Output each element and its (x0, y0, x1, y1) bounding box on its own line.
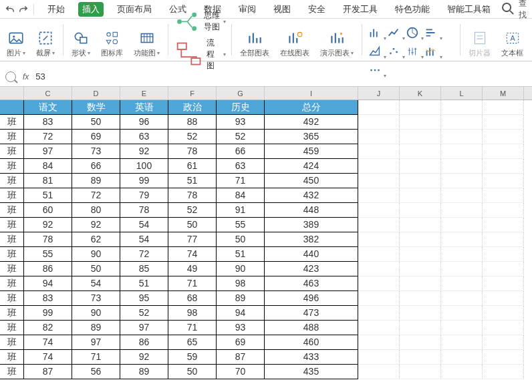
empty-cell[interactable] (441, 321, 483, 335)
row-label[interactable] (0, 100, 24, 115)
ribbon-flowchart[interactable]: 流程图▾ (174, 37, 226, 71)
row-label[interactable]: 班 (0, 130, 24, 144)
empty-cell[interactable] (441, 174, 483, 188)
data-cell[interactable]: 84 (217, 188, 265, 203)
empty-cell[interactable] (483, 203, 524, 218)
grid-body[interactable]: 语文数学英语政治历史总分班8350968893492班7269635252365… (0, 100, 532, 379)
data-cell[interactable]: 83 (24, 115, 72, 130)
data-cell[interactable]: 69 (72, 130, 120, 144)
empty-cell[interactable] (358, 350, 400, 365)
empty-cell[interactable] (483, 218, 524, 232)
data-cell[interactable]: 98 (217, 276, 265, 291)
bar-chart-icon[interactable]: ▾ (368, 25, 382, 40)
empty-cell[interactable] (400, 335, 441, 350)
tab-view[interactable]: 视图 (269, 2, 295, 17)
data-cell[interactable]: 52 (168, 130, 217, 144)
row-label[interactable]: 班 (0, 365, 24, 379)
col-header[interactable]: D (72, 87, 120, 100)
data-cell[interactable]: 政治 (168, 100, 217, 115)
empty-cell[interactable] (400, 218, 441, 232)
row-label[interactable]: 班 (0, 203, 24, 218)
empty-cell[interactable] (483, 350, 524, 365)
scatter-chart-icon[interactable]: ▾ (386, 44, 401, 59)
col-header[interactable]: C (24, 87, 72, 100)
data-cell[interactable]: 423 (265, 262, 358, 276)
ribbon-demochart[interactable]: 演示图表▾ (317, 21, 356, 58)
data-cell[interactable]: 51 (217, 247, 265, 262)
data-cell[interactable]: 84 (24, 159, 72, 174)
data-cell[interactable]: 70 (217, 365, 265, 379)
empty-cell[interactable] (441, 130, 483, 144)
row-label[interactable]: 班 (0, 188, 24, 203)
row-label[interactable]: 班 (0, 174, 24, 188)
data-cell[interactable]: 96 (120, 115, 168, 130)
data-cell[interactable]: 74 (168, 247, 217, 262)
empty-cell[interactable] (358, 232, 400, 247)
empty-cell[interactable] (400, 306, 441, 321)
line-chart-icon[interactable]: ▾ (386, 25, 401, 40)
data-cell[interactable]: 73 (72, 144, 120, 159)
data-cell[interactable]: 92 (120, 144, 168, 159)
data-cell[interactable]: 49 (168, 262, 217, 276)
data-cell[interactable]: 51 (168, 174, 217, 188)
data-cell[interactable]: 52 (120, 306, 168, 321)
formula-value[interactable]: 53 (35, 71, 45, 81)
data-cell[interactable]: 52 (168, 203, 217, 218)
data-cell[interactable]: 86 (120, 335, 168, 350)
data-cell[interactable]: 93 (217, 321, 265, 335)
data-cell[interactable]: 424 (265, 159, 358, 174)
empty-cell[interactable] (400, 232, 441, 247)
data-cell[interactable]: 86 (24, 262, 72, 276)
data-cell[interactable]: 50 (72, 262, 120, 276)
data-cell[interactable]: 数学 (72, 100, 120, 115)
data-cell[interactable]: 65 (168, 335, 217, 350)
empty-cell[interactable] (358, 291, 400, 306)
data-cell[interactable]: 78 (120, 203, 168, 218)
data-cell[interactable]: 总分 (265, 100, 358, 115)
data-cell[interactable]: 90 (217, 262, 265, 276)
ribbon-onlinechart[interactable]: 在线图表 (277, 21, 312, 58)
tab-review[interactable]: 审阅 (235, 2, 260, 17)
row-label[interactable]: 班 (0, 262, 24, 276)
data-cell[interactable]: 82 (24, 321, 72, 335)
undo-icon[interactable] (4, 3, 16, 15)
data-cell[interactable]: 72 (24, 130, 72, 144)
data-cell[interactable]: 90 (72, 247, 120, 262)
row-label[interactable]: 班 (0, 350, 24, 365)
tab-smarttool[interactable]: 智能工具箱 (443, 2, 495, 17)
data-cell[interactable]: 89 (120, 365, 168, 379)
data-cell[interactable]: 71 (72, 350, 120, 365)
tab-start[interactable]: 开始 (43, 2, 69, 17)
data-cell[interactable]: 97 (120, 321, 168, 335)
data-cell[interactable]: 450 (265, 174, 358, 188)
data-cell[interactable]: 55 (24, 247, 72, 262)
empty-cell[interactable] (400, 365, 441, 379)
ribbon-shape[interactable]: 形状▾ (69, 21, 93, 58)
pie-chart-icon[interactable]: ▾ (405, 25, 420, 40)
empty-cell[interactable] (483, 365, 524, 379)
empty-cell[interactable] (441, 276, 483, 291)
row-label[interactable]: 班 (0, 218, 24, 232)
empty-cell[interactable] (483, 306, 524, 321)
empty-cell[interactable] (483, 247, 524, 262)
tab-insert[interactable]: 插入 (78, 2, 104, 17)
data-cell[interactable]: 78 (24, 232, 72, 247)
data-cell[interactable]: 473 (265, 306, 358, 321)
empty-cell[interactable] (441, 306, 483, 321)
empty-cell[interactable] (358, 247, 400, 262)
data-cell[interactable]: 66 (72, 159, 120, 174)
col-header[interactable]: K (400, 87, 441, 100)
empty-cell[interactable] (483, 130, 524, 144)
empty-cell[interactable] (358, 130, 400, 144)
data-cell[interactable]: 50 (168, 365, 217, 379)
empty-cell[interactable] (483, 174, 524, 188)
empty-cell[interactable] (358, 159, 400, 174)
empty-cell[interactable] (358, 115, 400, 130)
empty-cell[interactable] (441, 100, 483, 115)
row-label[interactable]: 班 (0, 144, 24, 159)
empty-cell[interactable] (400, 321, 441, 335)
data-cell[interactable]: 59 (168, 350, 217, 365)
empty-cell[interactable] (400, 188, 441, 203)
empty-cell[interactable] (483, 262, 524, 276)
data-cell[interactable]: 100 (120, 159, 168, 174)
